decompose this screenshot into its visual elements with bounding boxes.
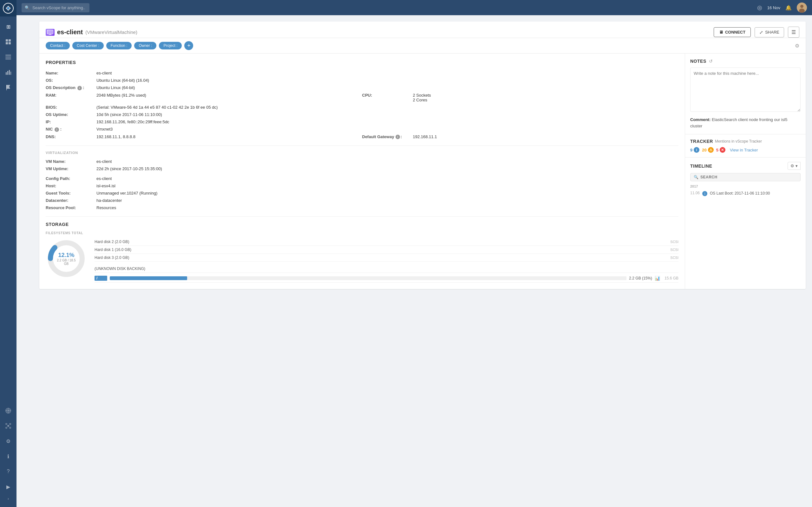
timeline-gear-button[interactable]: ⚙ ▾ bbox=[788, 162, 801, 170]
prop-configpath-label: Config Path: bbox=[46, 176, 96, 181]
gw-info-icon[interactable]: i bbox=[396, 135, 400, 139]
sidebar-item-radar[interactable] bbox=[1, 404, 15, 418]
connect-button[interactable]: 🖥 CONNECT bbox=[714, 27, 751, 37]
sidebar-item-flag[interactable] bbox=[1, 80, 15, 95]
disk-type: SCSI bbox=[670, 248, 678, 251]
timeline-search-bar[interactable]: 🔍 bbox=[690, 173, 801, 181]
prop-ip-row: IP: 192.168.11.206, fe80::20c:29ff:feee:… bbox=[46, 118, 678, 125]
prop-host-label: Host: bbox=[46, 183, 96, 188]
sidebar: ⊞ ⚙ ℹ ? ▶ › bbox=[0, 0, 16, 507]
left-panel: PROPERTIES Name: es-client OS: Ubuntu Li… bbox=[39, 54, 685, 289]
fs-chart-icon[interactable]: 📊 bbox=[655, 276, 660, 281]
tracker-section: TRACKER Mentions in vScope Tracker 9 i 2… bbox=[685, 134, 806, 158]
prop-datacenter-row: Datacenter: ha-datacenter bbox=[46, 197, 678, 204]
tag-owner[interactable]: Owner : bbox=[134, 42, 156, 49]
prop-os-label: OS: bbox=[46, 78, 96, 83]
prop-ip-value: 192.168.11.206, fe80::20c:29ff:feee:5dc bbox=[96, 119, 678, 124]
prop-os-value: Ubuntu Linux (64-bit) (16.04) bbox=[96, 78, 678, 83]
nic-info-icon[interactable]: i bbox=[55, 127, 59, 132]
right-panel: NOTES ↺ Comment: ElasticSearch client no… bbox=[685, 54, 806, 289]
donut-sub: 2.2 GB / 18.5 GB bbox=[56, 259, 77, 266]
tag-add-button[interactable]: + bbox=[184, 41, 193, 50]
tracker-warn-count: 20 ⚠ bbox=[702, 147, 713, 153]
fs-bar bbox=[110, 276, 187, 280]
prop-uptime-row: OS Uptime: 10d 5h (since 2017-11-06 11:1… bbox=[46, 111, 678, 118]
page-title-area: es-client (VMwareVirtualMachine) bbox=[46, 29, 710, 36]
sidebar-item-info[interactable]: ℹ bbox=[1, 449, 15, 463]
sidebar-item-chart[interactable] bbox=[1, 65, 15, 79]
avatar[interactable] bbox=[797, 3, 807, 13]
prop-guesttools-value: Unmanaged ver.10247 (Running) bbox=[96, 191, 678, 195]
sidebar-expand-button[interactable]: › bbox=[1, 494, 15, 503]
prop-nic-row: NIC i : Vmxnet3 bbox=[46, 125, 678, 133]
prop-name-label: Name: bbox=[46, 71, 96, 75]
tracker-info-badge: i bbox=[694, 147, 699, 153]
sidebar-item-video[interactable]: ▶ bbox=[1, 480, 15, 494]
menu-button[interactable]: ☰ bbox=[788, 26, 799, 38]
prop-host-value: isl-esx4.isl bbox=[96, 183, 678, 188]
prop-uptime-label: OS Uptime: bbox=[46, 112, 96, 117]
monitor-icon: 🖥 bbox=[719, 30, 723, 35]
fs-size: 15.6 GB bbox=[663, 276, 678, 280]
timeline-controls: ⚙ ▾ bbox=[788, 162, 801, 170]
svg-point-22 bbox=[6, 427, 7, 429]
storage-layout: 12.1% 2.2 GB / 18.5 GB Hard disk 2 (2.0 … bbox=[46, 238, 678, 283]
app-logo[interactable] bbox=[0, 0, 16, 16]
nav-bell-icon[interactable]: 🔔 bbox=[785, 5, 792, 11]
content-grid: PROPERTIES Name: es-client OS: Ubuntu Li… bbox=[39, 54, 806, 289]
notes-textarea[interactable] bbox=[690, 67, 801, 112]
disk-name: Hard disk 2 (2.0 GB) bbox=[95, 239, 668, 244]
tag-settings-icon[interactable]: ⚙ bbox=[795, 43, 799, 49]
disk-name: Hard disk 3 (2.0 GB) bbox=[95, 256, 668, 260]
tracker-counts: 9 i 20 ⚠ 5 ✕ View in Tracker bbox=[690, 147, 801, 153]
search-wrapper: 🔍 bbox=[21, 3, 212, 12]
search-input[interactable] bbox=[21, 3, 90, 12]
prop-configpath-value: es-client bbox=[96, 176, 678, 181]
sidebar-item-help[interactable]: ? bbox=[1, 464, 15, 478]
tag-function[interactable]: Function : bbox=[106, 42, 132, 49]
storage-filesystems-label: FILESYSTEMS TOTAL bbox=[46, 231, 678, 235]
timeline-search-input[interactable] bbox=[700, 175, 797, 179]
notes-reset-icon[interactable]: ↺ bbox=[709, 59, 713, 64]
share-button[interactable]: ⤢ SHARE bbox=[755, 27, 784, 38]
os-desc-info-icon[interactable]: i bbox=[78, 86, 82, 90]
sidebar-item-settings[interactable]: ⚙ bbox=[1, 434, 15, 448]
view-tracker-link[interactable]: View in Tracker bbox=[730, 148, 758, 153]
tag-cost-center[interactable]: Cost Center : bbox=[72, 42, 104, 49]
svg-rect-11 bbox=[9, 70, 10, 75]
storage-donut-chart: 12.1% 2.2 GB / 18.5 GB bbox=[46, 238, 87, 279]
prop-datacenter-label: Datacenter: bbox=[46, 198, 96, 203]
prop-ip-label: IP: bbox=[46, 119, 96, 124]
svg-point-25 bbox=[800, 5, 803, 8]
svg-rect-9 bbox=[6, 72, 7, 75]
sidebar-item-list[interactable] bbox=[1, 50, 15, 64]
prop-cpu-value: 2 Sockets 2 Cores bbox=[413, 93, 679, 102]
prop-bios-value: (Serial: VMware-56 4d 1a 44 e5 87 40 c1-… bbox=[96, 105, 678, 110]
storage-section: STORAGE FILESYSTEMS TOTAL bbox=[46, 222, 678, 283]
sidebar-item-grid[interactable]: ⊞ bbox=[1, 20, 15, 34]
svg-rect-5 bbox=[9, 42, 11, 44]
list-item: 11.06 i OS Last Boot: 2017-11-06 11:10:0… bbox=[690, 189, 801, 198]
sidebar-item-table[interactable] bbox=[1, 35, 15, 49]
page-header: es-client (VMwareVirtualMachine) 🖥 CONNE… bbox=[39, 21, 806, 38]
svg-rect-30 bbox=[48, 31, 52, 33]
svg-rect-8 bbox=[5, 59, 11, 59]
tracker-subtitle: Mentions in vScope Tracker bbox=[715, 139, 762, 144]
disk-name: Hard disk 1 (16.0 GB) bbox=[95, 247, 668, 252]
prop-ram-cpu-row: RAM: 2048 MBytes (91.2% used) CPU: 2 Soc… bbox=[46, 92, 678, 104]
prop-vmuptime-label: VM Uptime: bbox=[46, 166, 96, 171]
prop-os-row: OS: Ubuntu Linux (64-bit) (16.04) bbox=[46, 77, 678, 84]
list-item: Hard disk 2 (2.0 GB) SCSI bbox=[95, 238, 678, 246]
svg-rect-3 bbox=[9, 39, 11, 42]
donut-label: 12.1% 2.2 GB / 18.5 GB bbox=[56, 252, 77, 266]
svg-rect-7 bbox=[5, 57, 11, 57]
sidebar-item-integrations[interactable] bbox=[1, 419, 15, 433]
list-item: / 2.2 GB (15%) 📊 15.6 GB bbox=[95, 274, 678, 283]
tag-contact[interactable]: Contact : bbox=[46, 42, 70, 49]
prop-ram-label: RAM: bbox=[46, 93, 96, 102]
prop-gw-value: 192.168.11.1 bbox=[413, 134, 679, 139]
prop-cpu-label: CPU: bbox=[362, 93, 413, 102]
prop-name-value: es-client bbox=[96, 71, 678, 75]
notes-comment: Comment: ElasticSearch client node front… bbox=[690, 117, 801, 129]
tag-project[interactable]: Project : bbox=[159, 42, 182, 49]
